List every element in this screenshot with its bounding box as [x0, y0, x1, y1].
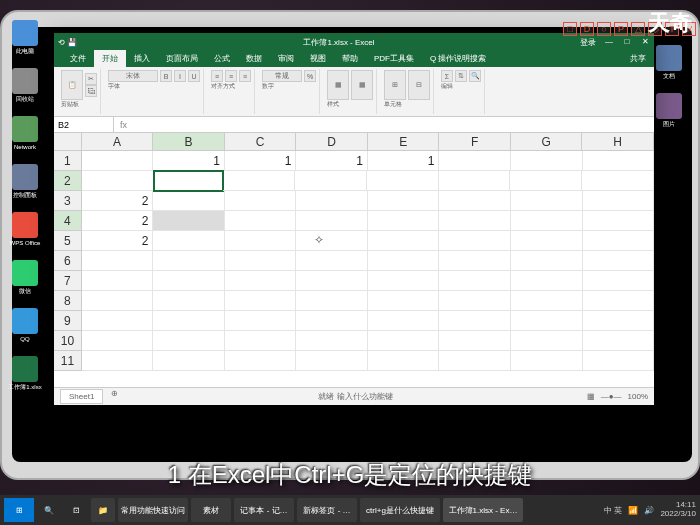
cell-b5[interactable]: [153, 231, 225, 251]
tab-home[interactable]: 开始: [94, 50, 126, 67]
cell-g9[interactable]: [511, 311, 583, 331]
tray-ime[interactable]: 中 英: [604, 505, 622, 516]
cell-d1[interactable]: 1: [296, 151, 368, 171]
row-header[interactable]: 8: [54, 291, 82, 311]
cell-d2[interactable]: [295, 171, 367, 191]
cell-g3[interactable]: [511, 191, 583, 211]
desktop-icon[interactable]: QQ: [6, 308, 44, 350]
cell-d8[interactable]: [296, 291, 368, 311]
cell-g5[interactable]: [511, 231, 583, 251]
number-format[interactable]: 常规: [262, 70, 302, 82]
cell-f9[interactable]: [439, 311, 511, 331]
cell-b3[interactable]: [153, 191, 225, 211]
zoom-level[interactable]: 100%: [628, 392, 648, 401]
bold-button[interactable]: B: [160, 70, 172, 82]
font-select[interactable]: 宋体: [108, 70, 158, 82]
insert-cell[interactable]: ⊞: [384, 70, 406, 100]
find-select[interactable]: 🔍: [469, 70, 481, 82]
cell-g11[interactable]: [511, 351, 583, 371]
desktop-icon[interactable]: 文档: [650, 45, 688, 87]
cell-c1[interactable]: 1: [225, 151, 297, 171]
cell-e11[interactable]: [368, 351, 440, 371]
cell-g2[interactable]: [510, 171, 582, 191]
cell-c7[interactable]: [225, 271, 297, 291]
autosum[interactable]: Σ: [441, 70, 453, 82]
col-header-e[interactable]: E: [368, 133, 440, 151]
cell-g6[interactable]: [511, 251, 583, 271]
col-header-h[interactable]: H: [582, 133, 654, 151]
cell-h1[interactable]: [583, 151, 654, 171]
ann-triangle[interactable]: △: [631, 22, 645, 36]
col-header-f[interactable]: F: [439, 133, 511, 151]
cell-g7[interactable]: [511, 271, 583, 291]
tab-help[interactable]: 帮助: [334, 50, 366, 67]
desktop-icon[interactable]: 此电脑: [6, 20, 44, 62]
taskbar-app[interactable]: 新标签页 - …: [297, 498, 357, 522]
zoom-slider[interactable]: —●—: [601, 392, 622, 401]
cell-g8[interactable]: [511, 291, 583, 311]
ann-d[interactable]: D: [580, 22, 594, 36]
cell-h5[interactable]: [583, 231, 654, 251]
add-sheet-button[interactable]: ⊕: [105, 389, 124, 404]
underline-button[interactable]: U: [188, 70, 200, 82]
cell-e3[interactable]: [368, 191, 440, 211]
cell-h8[interactable]: [583, 291, 654, 311]
cell-h6[interactable]: [583, 251, 654, 271]
cell-b7[interactable]: [153, 271, 225, 291]
cell-f5[interactable]: [439, 231, 511, 251]
cell-d6[interactable]: [296, 251, 368, 271]
minimize-button[interactable]: —: [604, 37, 614, 48]
user-label[interactable]: 登录: [580, 37, 596, 48]
cell-a5[interactable]: 2: [82, 231, 154, 251]
row-header[interactable]: 7: [54, 271, 82, 291]
share-button[interactable]: 共享: [622, 50, 654, 67]
cell-c11[interactable]: [225, 351, 297, 371]
cell-g4[interactable]: [511, 211, 583, 231]
name-box[interactable]: B2: [54, 117, 114, 132]
taskbar-app[interactable]: ctrl+g是什么快捷键: [360, 498, 440, 522]
align-center[interactable]: ≡: [225, 70, 237, 82]
tab-view[interactable]: 视图: [302, 50, 334, 67]
cell-e4[interactable]: [368, 211, 440, 231]
cell-f8[interactable]: [439, 291, 511, 311]
fx-icon[interactable]: fx: [114, 120, 133, 130]
tab-layout[interactable]: 页面布局: [158, 50, 206, 67]
cell-b2[interactable]: [153, 170, 225, 192]
cell-c6[interactable]: [225, 251, 297, 271]
col-header-c[interactable]: C: [225, 133, 297, 151]
ann-p[interactable]: P: [614, 22, 628, 36]
cell-c4[interactable]: [225, 211, 297, 231]
start-button[interactable]: ⊞: [4, 498, 34, 522]
percent-button[interactable]: %: [304, 70, 316, 82]
cell-h3[interactable]: [583, 191, 654, 211]
cell-f7[interactable]: [439, 271, 511, 291]
desktop-icon[interactable]: 图片: [650, 93, 688, 135]
cell-g10[interactable]: [511, 331, 583, 351]
row-header[interactable]: 9: [54, 311, 82, 331]
taskbar-app[interactable]: 记事本 - 记…: [234, 498, 294, 522]
col-header-d[interactable]: D: [296, 133, 368, 151]
tab-tellme[interactable]: Q 操作说明搜索: [422, 50, 494, 67]
cell-b4[interactable]: [153, 211, 225, 231]
cell-h10[interactable]: [583, 331, 654, 351]
spreadsheet-grid[interactable]: A B C D E F G H 11111232425267891011 ✧: [54, 133, 654, 387]
cell-d3[interactable]: [296, 191, 368, 211]
cell-a7[interactable]: [82, 271, 154, 291]
cell-d7[interactable]: [296, 271, 368, 291]
cell-f2[interactable]: [439, 171, 511, 191]
quick-access[interactable]: ⟲ 💾: [58, 38, 98, 47]
row-header[interactable]: 2: [54, 171, 82, 191]
col-header-b[interactable]: B: [153, 133, 225, 151]
cond-format[interactable]: ▦: [327, 70, 349, 100]
cell-h4[interactable]: [583, 211, 654, 231]
row-header[interactable]: 5: [54, 231, 82, 251]
cell-f6[interactable]: [439, 251, 511, 271]
cell-e7[interactable]: [368, 271, 440, 291]
cell-e5[interactable]: [368, 231, 440, 251]
cell-b11[interactable]: [153, 351, 225, 371]
cell-d4[interactable]: [296, 211, 368, 231]
close-button[interactable]: ✕: [640, 37, 650, 48]
cell-h11[interactable]: [583, 351, 654, 371]
desktop-icon[interactable]: WPS Office: [6, 212, 44, 254]
cell-f10[interactable]: [439, 331, 511, 351]
